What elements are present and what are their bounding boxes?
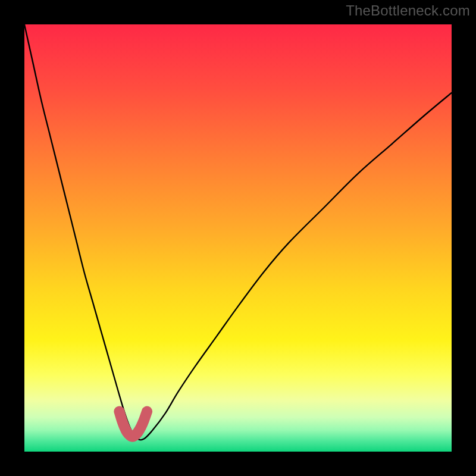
bottleneck-chart	[24, 24, 452, 452]
watermark-label: TheBottleneck.com	[346, 2, 470, 19]
chart-frame: TheBottleneck.com	[0, 0, 476, 476]
plot-area	[24, 24, 452, 452]
gradient-background	[24, 24, 452, 452]
